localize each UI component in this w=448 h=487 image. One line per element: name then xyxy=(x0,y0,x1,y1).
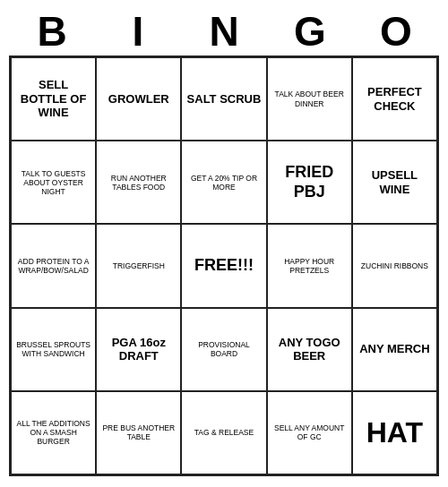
bingo-cell-14: ZUCHINI RIBBONS xyxy=(352,224,437,307)
bingo-cell-3: TALK ABOUT BEER DINNER xyxy=(267,57,352,141)
bingo-cell-2: SALT SCRUB xyxy=(181,57,266,141)
bingo-grid: SELL BOTTLE OF WINEGROWLERSALT SCRUBTALK… xyxy=(9,56,439,476)
bingo-cell-7: GET A 20% TIP OR MORE xyxy=(181,141,266,224)
bingo-letter-n: N xyxy=(181,7,267,56)
bingo-cell-24: HAT xyxy=(352,391,437,474)
bingo-letter-i: I xyxy=(95,7,181,56)
bingo-cell-23: SELL ANY AMOUNT OF GC xyxy=(267,391,352,474)
bingo-cell-17: PROVISIONAL BOARD xyxy=(181,308,266,391)
bingo-cell-16: PGA 16oz DRAFT xyxy=(96,308,181,391)
bingo-cell-10: ADD PROTEIN TO A WRAP/BOW/SALAD xyxy=(11,224,96,307)
bingo-letter-b: B xyxy=(9,7,95,56)
bingo-cell-11: TRIGGERFISH xyxy=(96,224,181,307)
bingo-header: BINGO xyxy=(9,7,439,56)
bingo-cell-1: GROWLER xyxy=(96,57,181,141)
bingo-letter-g: G xyxy=(267,7,353,56)
bingo-cell-12: FREE!!! xyxy=(181,224,266,307)
bingo-cell-9: UPSELL WINE xyxy=(352,141,437,224)
bingo-cell-13: HAPPY HOUR PRETZELS xyxy=(267,224,352,307)
bingo-cell-21: PRE BUS ANOTHER TABLE xyxy=(96,391,181,474)
bingo-cell-4: PERFECT CHECK xyxy=(352,57,437,141)
bingo-cell-5: TALK TO GUESTS ABOUT OYSTER NIGHT xyxy=(11,141,96,224)
bingo-cell-6: RUN ANOTHER TABLES FOOD xyxy=(96,141,181,224)
bingo-cell-18: ANY TOGO BEER xyxy=(267,308,352,391)
bingo-cell-0: SELL BOTTLE OF WINE xyxy=(11,57,96,141)
bingo-cell-19: ANY MERCH xyxy=(352,308,437,391)
bingo-letter-o: O xyxy=(353,7,439,56)
bingo-cell-8: FRIED PBJ xyxy=(267,141,352,224)
bingo-cell-15: BRUSSEL SPROUTS WITH SANDWICH xyxy=(11,308,96,391)
bingo-cell-20: ALL THE ADDITIONS ON A SMASH BURGER xyxy=(11,391,96,474)
bingo-cell-22: TAG & RELEASE xyxy=(181,391,266,474)
